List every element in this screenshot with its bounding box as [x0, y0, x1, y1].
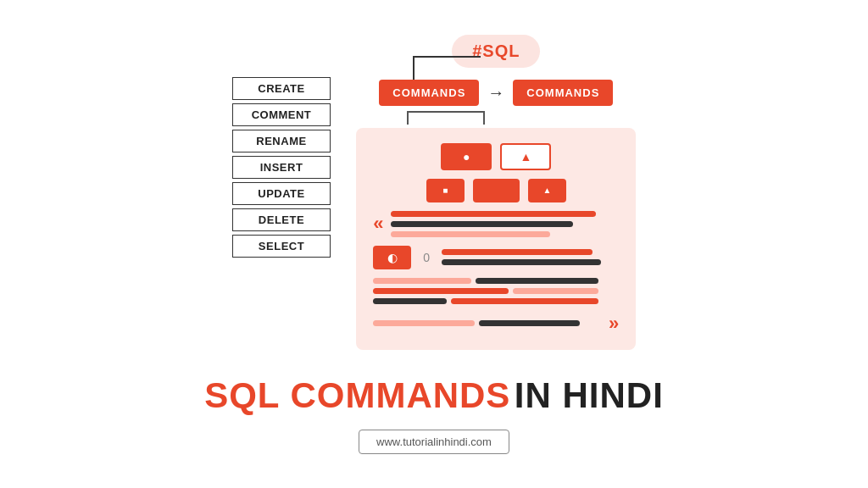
code-lines-3: [373, 278, 619, 304]
bottom-title: SQL COMMANDS IN HINDI: [204, 375, 664, 416]
vis-row-3: «: [373, 211, 619, 237]
in-hindi-label: IN HINDI: [515, 375, 664, 415]
diagram-section: CREATE COMMENT RENAME INSERT UPDATE DELE…: [27, 35, 841, 350]
sql-bubble: #SQL: [452, 35, 540, 68]
main-container: CREATE COMMENT RENAME INSERT UPDATE DELE…: [27, 15, 841, 473]
list-item-update: UPDATE: [232, 182, 331, 205]
command-list: CREATE COMMENT RENAME INSERT UPDATE DELE…: [232, 77, 331, 258]
code-lines-2: [442, 249, 619, 265]
vis-row-2: ■ ▲: [373, 179, 619, 202]
zero-label: 0: [423, 251, 430, 264]
vis-half-box: ◐: [373, 246, 411, 269]
visual-diagram-box: ● ▲ ■ ▲ «: [356, 128, 636, 350]
vis-triangle-outline-box: ▲: [500, 143, 551, 170]
code-lines-area: [391, 211, 620, 237]
vis-row-5: [373, 278, 619, 304]
chevrons-left-icon: «: [373, 213, 383, 235]
vis-rect-box: ■: [426, 179, 465, 202]
list-item-select: SELECT: [232, 235, 331, 258]
chevrons-right-icon: »: [609, 313, 619, 335]
vis-row-1: ● ▲: [373, 143, 619, 170]
commands-box-left: COMMANDS: [379, 80, 479, 106]
list-item-rename: RENAME: [232, 130, 331, 152]
list-item-delete: DELETE: [232, 208, 331, 231]
vis-row-6: »: [373, 313, 619, 335]
list-item-create: CREATE: [232, 77, 331, 100]
list-item-insert: INSERT: [232, 156, 331, 179]
vis-plain-box: [473, 179, 520, 202]
sql-commands-label: SQL COMMANDS: [204, 375, 510, 415]
website-url: www.tutorialinhindi.com: [359, 430, 509, 454]
commands-box-right: COMMANDS: [513, 80, 613, 106]
vis-row-4: ◐ 0: [373, 246, 619, 269]
arrow-icon: →: [487, 83, 504, 103]
vis-triangle-box: ▲: [528, 179, 566, 202]
vis-circle-box: ●: [441, 143, 492, 170]
list-item-comment: COMMENT: [232, 103, 331, 126]
center-diagram: #SQL COMMANDS → COMMANDS: [356, 35, 636, 350]
code-lines-4: [373, 320, 598, 326]
